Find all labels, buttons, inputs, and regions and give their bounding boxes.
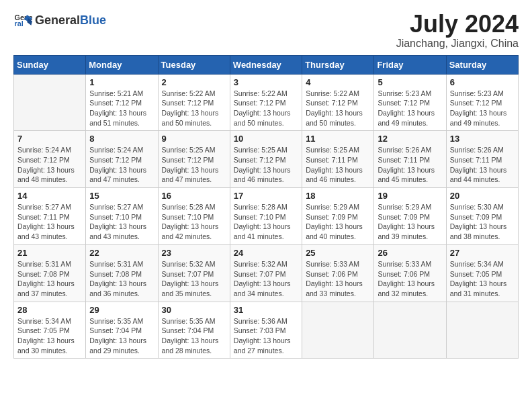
- calendar-cell: 9Sunrise: 5:25 AMSunset: 7:12 PMDaylight…: [158, 131, 230, 188]
- weekday-header: Sunday: [14, 55, 86, 74]
- day-number: 3: [234, 77, 298, 87]
- calendar-cell: 27Sunrise: 5:34 AMSunset: 7:05 PMDayligh…: [446, 244, 518, 302]
- location-subtitle: Jianchang, Jiangxi, China: [396, 38, 519, 50]
- calendar-cell: 13Sunrise: 5:26 AMSunset: 7:11 PMDayligh…: [446, 131, 518, 188]
- day-info: Sunrise: 5:26 AMSunset: 7:11 PMDaylight:…: [378, 145, 442, 185]
- calendar-table: SundayMondayTuesdayWednesdayThursdayFrid…: [13, 55, 519, 359]
- day-info: Sunrise: 5:27 AMSunset: 7:11 PMDaylight:…: [17, 202, 82, 242]
- weekday-header: Saturday: [446, 55, 518, 74]
- calendar-cell: 25Sunrise: 5:33 AMSunset: 7:06 PMDayligh…: [302, 244, 374, 302]
- calendar-cell: [374, 302, 446, 359]
- day-info: Sunrise: 5:29 AMSunset: 7:09 PMDaylight:…: [306, 202, 370, 242]
- day-info: Sunrise: 5:31 AMSunset: 7:08 PMDaylight:…: [89, 259, 154, 299]
- day-info: Sunrise: 5:36 AMSunset: 7:03 PMDaylight:…: [234, 316, 298, 356]
- day-info: Sunrise: 5:25 AMSunset: 7:12 PMDaylight:…: [162, 145, 226, 185]
- weekday-header: Wednesday: [230, 55, 302, 74]
- day-info: Sunrise: 5:35 AMSunset: 7:04 PMDaylight:…: [162, 316, 226, 356]
- weekday-header: Thursday: [302, 55, 374, 74]
- calendar-cell: 14Sunrise: 5:27 AMSunset: 7:11 PMDayligh…: [14, 188, 86, 245]
- calendar-cell: 19Sunrise: 5:29 AMSunset: 7:09 PMDayligh…: [374, 188, 446, 245]
- calendar-header-row: SundayMondayTuesdayWednesdayThursdayFrid…: [14, 55, 519, 74]
- day-info: Sunrise: 5:29 AMSunset: 7:09 PMDaylight:…: [378, 202, 442, 242]
- day-number: 11: [306, 134, 370, 144]
- calendar-week-row: 1Sunrise: 5:21 AMSunset: 7:12 PMDaylight…: [14, 74, 519, 131]
- day-number: 15: [89, 191, 154, 201]
- day-number: 22: [89, 248, 154, 258]
- weekday-header: Monday: [86, 55, 158, 74]
- calendar-cell: 17Sunrise: 5:28 AMSunset: 7:10 PMDayligh…: [230, 188, 302, 245]
- day-number: 12: [378, 134, 442, 144]
- day-info: Sunrise: 5:25 AMSunset: 7:11 PMDaylight:…: [306, 145, 370, 185]
- day-info: Sunrise: 5:32 AMSunset: 7:07 PMDaylight:…: [234, 259, 298, 299]
- calendar-cell: 15Sunrise: 5:27 AMSunset: 7:10 PMDayligh…: [86, 188, 158, 245]
- day-number: 17: [234, 191, 298, 201]
- day-number: 9: [162, 134, 226, 144]
- calendar-week-row: 7Sunrise: 5:24 AMSunset: 7:12 PMDaylight…: [14, 131, 519, 188]
- day-info: Sunrise: 5:28 AMSunset: 7:10 PMDaylight:…: [234, 202, 298, 242]
- calendar-cell: 21Sunrise: 5:31 AMSunset: 7:08 PMDayligh…: [14, 244, 86, 302]
- day-number: 30: [162, 305, 226, 315]
- day-info: Sunrise: 5:22 AMSunset: 7:12 PMDaylight:…: [306, 89, 370, 128]
- calendar-cell: 5Sunrise: 5:23 AMSunset: 7:12 PMDaylight…: [374, 74, 446, 131]
- calendar-cell: 4Sunrise: 5:22 AMSunset: 7:12 PMDaylight…: [302, 74, 374, 131]
- calendar-cell: 6Sunrise: 5:23 AMSunset: 7:12 PMDaylight…: [446, 74, 518, 131]
- day-info: Sunrise: 5:22 AMSunset: 7:12 PMDaylight:…: [162, 89, 226, 128]
- calendar-cell: 30Sunrise: 5:35 AMSunset: 7:04 PMDayligh…: [158, 302, 230, 359]
- calendar-week-row: 28Sunrise: 5:34 AMSunset: 7:05 PMDayligh…: [14, 302, 519, 359]
- day-number: 1: [89, 77, 154, 87]
- day-info: Sunrise: 5:26 AMSunset: 7:11 PMDaylight:…: [450, 145, 515, 185]
- calendar-cell: [302, 302, 374, 359]
- day-info: Sunrise: 5:25 AMSunset: 7:12 PMDaylight:…: [234, 145, 298, 185]
- calendar-cell: 2Sunrise: 5:22 AMSunset: 7:12 PMDaylight…: [158, 74, 230, 131]
- day-info: Sunrise: 5:33 AMSunset: 7:06 PMDaylight:…: [306, 259, 370, 299]
- calendar-cell: [14, 74, 86, 131]
- day-number: 18: [306, 191, 370, 201]
- calendar-cell: 24Sunrise: 5:32 AMSunset: 7:07 PMDayligh…: [230, 244, 302, 302]
- day-info: Sunrise: 5:23 AMSunset: 7:12 PMDaylight:…: [450, 89, 515, 128]
- page-header: Gene ral GeneralBlue July 2024 Jianchang…: [13, 11, 519, 50]
- day-info: Sunrise: 5:35 AMSunset: 7:04 PMDaylight:…: [89, 316, 154, 356]
- day-number: 26: [378, 248, 442, 258]
- calendar-cell: 12Sunrise: 5:26 AMSunset: 7:11 PMDayligh…: [374, 131, 446, 188]
- day-number: 28: [17, 305, 82, 315]
- day-info: Sunrise: 5:21 AMSunset: 7:12 PMDaylight:…: [89, 89, 154, 128]
- day-number: 19: [378, 191, 442, 201]
- weekday-header: Tuesday: [158, 55, 230, 74]
- logo-text-blue: Blue: [80, 13, 106, 27]
- day-number: 29: [89, 305, 154, 315]
- calendar-week-row: 14Sunrise: 5:27 AMSunset: 7:11 PMDayligh…: [14, 188, 519, 245]
- day-number: 31: [234, 305, 298, 315]
- calendar-cell: 11Sunrise: 5:25 AMSunset: 7:11 PMDayligh…: [302, 131, 374, 188]
- calendar-cell: 23Sunrise: 5:32 AMSunset: 7:07 PMDayligh…: [158, 244, 230, 302]
- day-info: Sunrise: 5:34 AMSunset: 7:05 PMDaylight:…: [450, 259, 515, 299]
- calendar-cell: 10Sunrise: 5:25 AMSunset: 7:12 PMDayligh…: [230, 131, 302, 188]
- calendar-cell: 20Sunrise: 5:30 AMSunset: 7:09 PMDayligh…: [446, 188, 518, 245]
- calendar-week-row: 21Sunrise: 5:31 AMSunset: 7:08 PMDayligh…: [14, 244, 519, 302]
- title-block: July 2024 Jianchang, Jiangxi, China: [396, 11, 519, 50]
- logo-text-general: General: [35, 13, 80, 27]
- day-info: Sunrise: 5:22 AMSunset: 7:12 PMDaylight:…: [234, 89, 298, 128]
- day-number: 24: [234, 248, 298, 258]
- calendar-cell: 1Sunrise: 5:21 AMSunset: 7:12 PMDaylight…: [86, 74, 158, 131]
- page-title: July 2024: [396, 11, 519, 38]
- day-info: Sunrise: 5:31 AMSunset: 7:08 PMDaylight:…: [17, 259, 82, 299]
- day-info: Sunrise: 5:23 AMSunset: 7:12 PMDaylight:…: [378, 89, 442, 128]
- calendar-cell: 18Sunrise: 5:29 AMSunset: 7:09 PMDayligh…: [302, 188, 374, 245]
- calendar-cell: 22Sunrise: 5:31 AMSunset: 7:08 PMDayligh…: [86, 244, 158, 302]
- day-info: Sunrise: 5:24 AMSunset: 7:12 PMDaylight:…: [89, 145, 154, 185]
- svg-text:ral: ral: [15, 19, 24, 28]
- calendar-cell: 29Sunrise: 5:35 AMSunset: 7:04 PMDayligh…: [86, 302, 158, 359]
- calendar-cell: [446, 302, 518, 359]
- calendar-cell: 26Sunrise: 5:33 AMSunset: 7:06 PMDayligh…: [374, 244, 446, 302]
- day-info: Sunrise: 5:34 AMSunset: 7:05 PMDaylight:…: [17, 316, 82, 356]
- logo-icon: Gene ral: [13, 11, 32, 30]
- day-number: 20: [450, 191, 515, 201]
- day-info: Sunrise: 5:32 AMSunset: 7:07 PMDaylight:…: [162, 259, 226, 299]
- calendar-cell: 16Sunrise: 5:28 AMSunset: 7:10 PMDayligh…: [158, 188, 230, 245]
- day-number: 5: [378, 77, 442, 87]
- day-info: Sunrise: 5:28 AMSunset: 7:10 PMDaylight:…: [162, 202, 226, 242]
- day-number: 27: [450, 248, 515, 258]
- day-number: 6: [450, 77, 515, 87]
- day-info: Sunrise: 5:27 AMSunset: 7:10 PMDaylight:…: [89, 202, 154, 242]
- calendar-cell: 7Sunrise: 5:24 AMSunset: 7:12 PMDaylight…: [14, 131, 86, 188]
